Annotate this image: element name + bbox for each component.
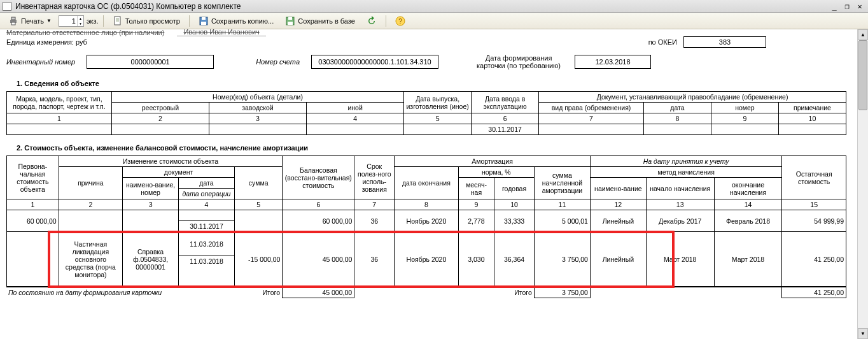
floppy-icon bbox=[199, 16, 209, 26]
t1-h5a: вид права (обременения) bbox=[539, 103, 644, 113]
t2-r2-c15: 41 250,00 bbox=[782, 232, 846, 287]
section2-title: 2. Стоимость объекта, изменение балансов… bbox=[17, 144, 862, 152]
t1-h5b: дата bbox=[643, 103, 711, 113]
t2-r2-c2: Частичная ликвидация основного средства … bbox=[59, 232, 122, 287]
maximize-button[interactable]: ❐ bbox=[841, 2, 853, 11]
t2-col: 4 bbox=[179, 199, 235, 210]
save-db-button[interactable]: Сохранить в базе bbox=[281, 14, 360, 28]
t2-h-method: метод начисления bbox=[590, 167, 781, 178]
t2-r1-c11: 5 000,01 bbox=[534, 210, 590, 232]
page-icon bbox=[113, 16, 123, 26]
t2-h-doc-date: дата bbox=[179, 178, 235, 189]
t2-r2-c9: 3,030 bbox=[458, 232, 494, 287]
t2-r1-c15: 54 999,99 bbox=[782, 210, 846, 232]
print-label: Печать bbox=[21, 17, 44, 25]
help-button[interactable]: ? bbox=[391, 14, 410, 28]
scroll-down-button[interactable]: ▼ bbox=[858, 328, 868, 339]
spin-down[interactable]: ▼ bbox=[77, 21, 83, 26]
t1-h1: Марка, модель, проект, тип, порода, пасп… bbox=[7, 92, 112, 113]
t1-col-5: 5 bbox=[404, 113, 472, 124]
t1-col-2: 2 bbox=[111, 113, 209, 124]
t2-col: 11 bbox=[534, 199, 590, 210]
t1-cell bbox=[643, 124, 711, 135]
t2-col: 15 bbox=[782, 199, 846, 210]
totals-label: По состоянию на дату формирования карточ… bbox=[6, 287, 234, 298]
save-copy-button[interactable]: Сохранить копию... bbox=[194, 14, 278, 28]
t2-r2-c14: Март 2018 bbox=[714, 232, 782, 287]
t1-cell bbox=[539, 124, 644, 135]
t1-h2a: реестровый bbox=[111, 103, 209, 113]
scroll-track[interactable] bbox=[858, 40, 868, 328]
t2-col: 9 bbox=[458, 199, 494, 210]
t2-r1-c10: 33,333 bbox=[494, 210, 535, 232]
table-cost-change: Первона-чальная стоимость объекта Измене… bbox=[6, 155, 846, 287]
t1-col-7: 7 bbox=[539, 113, 644, 124]
document-viewport: Материально ответственное лицо (при нали… bbox=[0, 29, 868, 339]
t2-r1-c1: 60 000,00 bbox=[7, 210, 59, 232]
t2-h-balance: Балансовая (восстано-вительная) стоимост… bbox=[283, 156, 354, 199]
t2-cell bbox=[179, 210, 235, 221]
t1-cell bbox=[711, 124, 778, 135]
t2-r2-c12: Линейный bbox=[590, 232, 646, 287]
t2-h-amort: Амортизация bbox=[395, 156, 591, 167]
inv-no-label: Инвентарный номер bbox=[6, 58, 75, 66]
copies-input[interactable]: 1 ▲▼ bbox=[59, 15, 84, 27]
t2-h-accrued: сумма начисленной амортизации bbox=[534, 167, 590, 199]
document-body: Материально ответственное лицо (при нали… bbox=[0, 29, 868, 305]
close-button[interactable]: ✕ bbox=[854, 2, 865, 11]
minimize-button[interactable]: _ bbox=[829, 2, 840, 11]
t2-col: 3 bbox=[123, 199, 179, 210]
scroll-thumb[interactable] bbox=[858, 40, 867, 110]
refresh-button[interactable] bbox=[362, 14, 381, 28]
t1-col-6: 6 bbox=[472, 113, 539, 124]
t2-col: 5 bbox=[234, 199, 282, 210]
svg-rect-1 bbox=[11, 17, 15, 20]
print-button[interactable]: Печать ▼ bbox=[4, 14, 56, 28]
t1-cell bbox=[404, 124, 472, 135]
t2-r1-c4date: 30.11.2017 bbox=[179, 221, 235, 232]
scroll-up-button[interactable]: ▲ bbox=[858, 29, 868, 40]
spin-up[interactable]: ▲ bbox=[77, 16, 83, 21]
unit-label: Единица измерения: руб bbox=[6, 38, 87, 46]
t1-cell bbox=[307, 124, 404, 135]
t2-col: 6 bbox=[283, 199, 354, 210]
card-date-value: 12.03.2018 bbox=[575, 55, 651, 69]
t2-h-initial: Первона-чальная стоимость объекта bbox=[7, 156, 59, 199]
t1-h5: Документ, устанавливающий правообладание… bbox=[539, 92, 846, 103]
t1-h4: Дата ввода в эксплуатацию bbox=[472, 92, 539, 113]
view-only-button[interactable]: Только просмотр bbox=[108, 14, 185, 28]
t2-r2-c4b: 11.03.2018 bbox=[179, 256, 235, 287]
toolbar: Печать ▼ 1 ▲▼ экз. Только просмотр Сохра… bbox=[0, 13, 868, 29]
t2-col: 14 bbox=[714, 199, 782, 210]
t1-h3: Дата выпуска, изготовления (иное) bbox=[404, 92, 472, 113]
t2-r1-c9: 2,778 bbox=[458, 210, 494, 232]
t2-col: 2 bbox=[59, 199, 122, 210]
t2-col: 8 bbox=[395, 199, 458, 210]
t1-h2c: иной bbox=[307, 103, 404, 113]
t2-r2-c11: 3 750,00 bbox=[534, 232, 590, 287]
totals-residual: 41 250,00 bbox=[782, 287, 846, 298]
t2-cell bbox=[123, 210, 179, 232]
t1-col-4: 4 bbox=[307, 113, 404, 124]
save-db-label: Сохранить в базе bbox=[298, 17, 355, 25]
t2-h-doc-name: наимено-вание, номер bbox=[123, 178, 179, 199]
svg-rect-12 bbox=[288, 22, 293, 25]
t2-r2-c10: 36,364 bbox=[494, 232, 535, 287]
t1-h5c: номер bbox=[711, 103, 778, 113]
t2-cell bbox=[59, 210, 122, 232]
t2-r2-c3: Справка ф.0504833, 00000001 bbox=[123, 232, 179, 287]
totals-table: По состоянию на дату формирования карточ… bbox=[6, 287, 846, 298]
t2-r1-c7: 36 bbox=[354, 210, 395, 232]
t1-col-1: 1 bbox=[7, 113, 112, 124]
totals-accrued: 3 750,00 bbox=[534, 287, 590, 298]
inv-no-value: 0000000001 bbox=[87, 55, 214, 69]
t2-h-end-date: дата окончания bbox=[395, 167, 458, 199]
t2-h-change: Изменение стоимости объекта bbox=[59, 156, 283, 167]
vertical-scrollbar[interactable]: ▲ ▼ bbox=[857, 29, 868, 339]
t1-col-9: 9 bbox=[711, 113, 778, 124]
window-title-bar: Инвентарная карточка ОС (ф.0504031) Комп… bbox=[0, 0, 868, 13]
t2-col: 7 bbox=[354, 199, 395, 210]
section1-title: 1. Сведения об объекте bbox=[17, 80, 862, 87]
acct-label: Номер счета bbox=[256, 58, 300, 66]
svg-rect-11 bbox=[288, 17, 292, 20]
